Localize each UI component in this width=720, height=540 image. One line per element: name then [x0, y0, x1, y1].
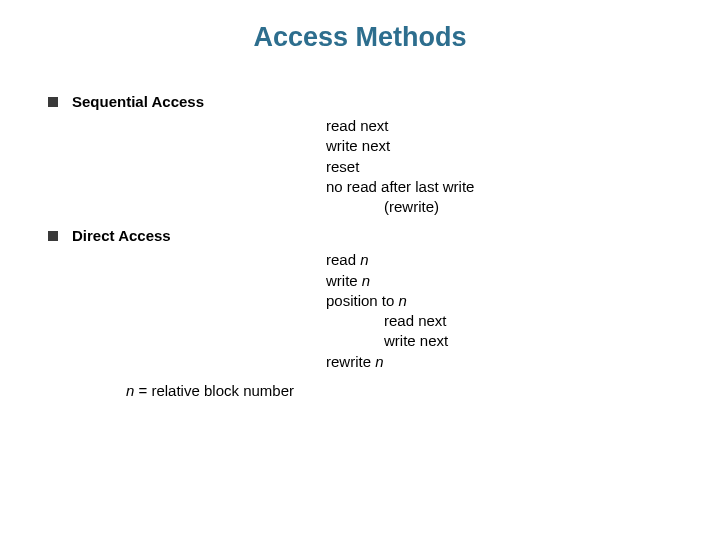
- note-relative-block: n = relative block number: [126, 382, 680, 399]
- slide-title: Access Methods: [0, 22, 720, 53]
- op-line-indent: read next: [326, 311, 680, 331]
- ops-direct: read n write n position to n read next w…: [326, 250, 680, 372]
- bullet-square-icon: [48, 231, 58, 241]
- op-text: position to: [326, 292, 399, 309]
- op-n: n: [399, 292, 407, 309]
- op-text: write: [326, 272, 362, 289]
- op-n: n: [362, 272, 370, 289]
- bullet-label-direct: Direct Access: [72, 227, 171, 244]
- op-line: position to n: [326, 291, 680, 311]
- op-line-indent: write next: [326, 331, 680, 351]
- bullet-direct: Direct Access: [48, 227, 680, 244]
- bullet-label-sequential: Sequential Access: [72, 93, 204, 110]
- op-line: read next: [326, 116, 680, 136]
- op-line: no read after last write: [326, 177, 680, 197]
- slide: Access Methods Sequential Access read ne…: [0, 22, 720, 540]
- op-line: read n: [326, 250, 680, 270]
- op-n: n: [375, 353, 383, 370]
- bullet-square-icon: [48, 97, 58, 107]
- ops-sequential: read next write next reset no read after…: [326, 116, 680, 217]
- op-line-indent: (rewrite): [326, 197, 680, 217]
- op-text: rewrite: [326, 353, 375, 370]
- op-line: rewrite n: [326, 352, 680, 372]
- op-line: write n: [326, 271, 680, 291]
- content-area: Sequential Access read next write next r…: [0, 93, 720, 399]
- op-n: n: [360, 251, 368, 268]
- op-line: write next: [326, 136, 680, 156]
- op-line: reset: [326, 157, 680, 177]
- op-text: read: [326, 251, 360, 268]
- note-rest: = relative block number: [134, 382, 294, 399]
- bullet-sequential: Sequential Access: [48, 93, 680, 110]
